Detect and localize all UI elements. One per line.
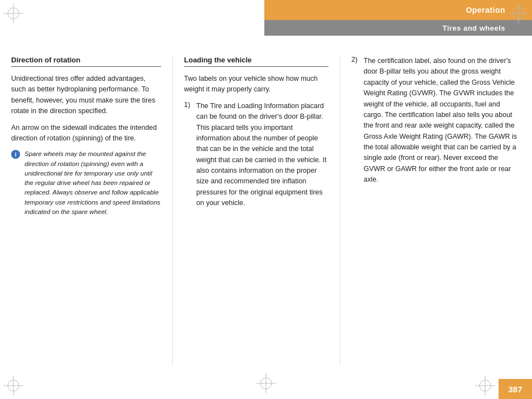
- corner-mark-bottom-left: [2, 374, 25, 397]
- info-icon: i: [11, 150, 21, 159]
- page: Operation Tires and wheels: [0, 0, 532, 399]
- middle-column: Loading the vehicle Two labels on your v…: [173, 56, 340, 366]
- header-section: Operation: [466, 6, 505, 14]
- corner-mark-top-right: [507, 2, 530, 25]
- left-column-heading: Direction of rotation: [11, 56, 161, 67]
- right-item-1: 2) The certification label, also found o…: [351, 56, 521, 186]
- middle-item-1-number: 1): [184, 101, 193, 209]
- info-note-text: Spare wheels may be mounted against the …: [25, 149, 161, 217]
- corner-mark-top-left: [2, 2, 25, 25]
- middle-intro: Two labels on your vehicle show how much…: [184, 74, 328, 95]
- left-para-1: Unidirectional tires offer added advanta…: [11, 74, 161, 117]
- corner-mark-bottom-right: [474, 374, 496, 397]
- subheader-bar: Tires and wheels: [264, 20, 532, 36]
- left-column: Direction of rotation Unidirectional tir…: [11, 56, 173, 366]
- right-item-1-number: 2): [351, 56, 360, 186]
- right-item-1-text: The certification label, also found on t…: [364, 56, 521, 186]
- middle-column-heading: Loading the vehicle: [184, 56, 328, 67]
- header-bar: Operation: [264, 0, 532, 20]
- middle-item-1: 1) The Tire and Loading Information plac…: [184, 101, 328, 209]
- middle-item-1-text: The Tire and Loading Information placard…: [196, 101, 328, 209]
- info-circle: i: [11, 150, 20, 159]
- page-number: 387: [508, 385, 522, 394]
- page-number-box: 387: [499, 379, 532, 399]
- info-box: i Spare wheels may be mounted against th…: [11, 149, 161, 217]
- header-subsection: Tires and wheels: [442, 24, 505, 32]
- right-column: 2) The certification label, also found o…: [340, 56, 521, 366]
- left-para-2: An arrow on the sidewall indicates the i…: [11, 123, 161, 144]
- main-content: Direction of rotation Unidirectional tir…: [0, 45, 532, 377]
